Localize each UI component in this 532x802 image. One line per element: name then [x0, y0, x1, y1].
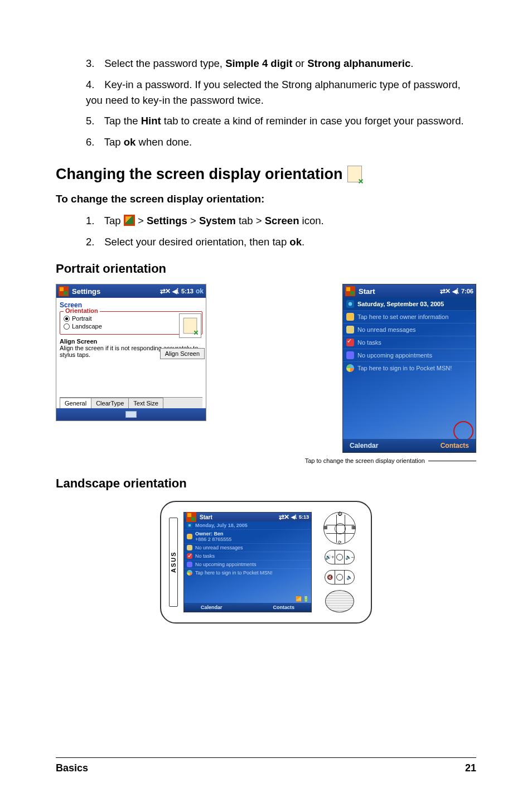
window-title: Settings	[72, 287, 100, 296]
landscape-device-illustration: ASUS Start ⇄✕ ◀ἰ 5:13 Monday, July 18, 2…	[160, 501, 372, 624]
calendar-icon	[346, 351, 354, 359]
radio-landscape[interactable]: Landscape	[64, 323, 199, 330]
subheading: To change the screen display orientation…	[56, 193, 476, 205]
volume-icon: ◀ἰ	[291, 514, 297, 520]
page-footer: Basics 21	[56, 757, 476, 774]
landscape-orientation-heading: Landscape orientation	[56, 476, 476, 491]
dpad[interactable]: ⏻ ⟳ ▦ ▦	[323, 512, 356, 544]
ok-button[interactable]: ok	[196, 287, 204, 295]
msn-icon	[346, 364, 354, 372]
ls-owner[interactable]: Owner: Ben +886 2 8765555	[184, 530, 311, 544]
radio-portrait[interactable]: Portrait	[64, 315, 199, 322]
softkey-calendar[interactable]: Calendar	[201, 605, 223, 610]
step-3: 3. Select the password type, Simple 4 di…	[86, 56, 476, 71]
softkey-calendar[interactable]: Calendar	[350, 442, 378, 450]
today-tasks[interactable]: No tasks	[343, 336, 476, 349]
ie-icon	[187, 523, 192, 528]
tab-cleartype[interactable]: ClearType	[91, 398, 129, 408]
align-screen-block: Align Screen Align the screen if it is n…	[60, 338, 202, 358]
calendar-icon	[187, 562, 192, 567]
owner-icon	[187, 534, 192, 539]
screen-orientation-icon	[347, 166, 362, 182]
tab-general[interactable]: General	[60, 398, 91, 408]
sip-bar	[56, 408, 206, 421]
ie-icon	[346, 300, 354, 308]
clock: 5:13	[299, 514, 309, 520]
today-messages[interactable]: No unread messages	[343, 323, 476, 336]
today-msn[interactable]: Tap here to sign in to Pocket MSN!	[343, 362, 476, 374]
settings-screenshot: Settings ⇄✕ ◀ἰ 5:13 ok Screen Orientatio…	[56, 284, 206, 421]
softkey-contacts[interactable]: Contacts	[273, 605, 294, 610]
window-title: Start	[359, 287, 375, 296]
today-appointments[interactable]: No upcoming appointments	[343, 349, 476, 362]
taskbar: Settings ⇄✕ ◀ἰ 5:13 ok	[56, 284, 206, 298]
today-owner[interactable]: Tap here to set owner information	[343, 311, 476, 323]
footer-section: Basics	[56, 762, 88, 774]
start-flag-icon	[186, 512, 196, 522]
ls-appointments[interactable]: No upcoming appointments	[184, 561, 311, 569]
today-date: Saturday, September 03, 2005	[343, 298, 476, 311]
start-menu-icon	[124, 215, 135, 226]
start-flag-icon	[59, 286, 69, 296]
contacts-highlight-circle	[453, 421, 473, 441]
connectivity-icon: ⇄✕	[279, 513, 289, 521]
keyboard-icon[interactable]	[125, 411, 137, 418]
landscape-screen: Start ⇄✕ ◀ἰ 5:13 Monday, July 18, 2005 O…	[183, 512, 312, 612]
tray-icons: 📶🔋	[296, 596, 309, 602]
radio-icon	[64, 323, 70, 330]
ls-messages[interactable]: No unread messages	[184, 544, 311, 552]
tab-textsize[interactable]: Text Size	[128, 398, 163, 408]
msn-icon	[187, 570, 192, 576]
tasks-icon	[187, 553, 192, 559]
volume-icon: ◀ἰ	[172, 288, 179, 295]
align-screen-button[interactable]: Align Screen	[160, 348, 205, 359]
ls-tasks[interactable]: No tasks	[184, 552, 311, 561]
connectivity-icon: ⇄✕	[160, 287, 170, 295]
step-6: 6. Tap ok when done.	[86, 134, 476, 150]
radio-icon	[64, 316, 70, 322]
clock: 5:13	[181, 288, 194, 294]
secondary-rocker[interactable]: 🔇🔈	[325, 570, 355, 584]
speaker-grille	[325, 590, 354, 612]
brand-strip: ASUS	[169, 518, 178, 607]
clock: 7:06	[461, 288, 473, 294]
step-4: 4. Key-in a password. If you selected th…	[86, 77, 476, 108]
page-number: 21	[465, 762, 476, 774]
start-flag-icon	[345, 286, 355, 296]
screen-preview-icon	[179, 313, 201, 338]
callout: Tap to change the screen display orienta…	[305, 457, 476, 464]
tabs: General ClearType Text Size	[60, 397, 202, 408]
volume-icon: ◀ἰ	[452, 288, 459, 295]
portrait-orientation-heading: Portrait orientation	[56, 262, 476, 276]
messages-icon	[187, 545, 192, 550]
ls-date: Monday, July 18, 2005	[184, 521, 311, 530]
ls-msn[interactable]: Tap here to sign in to Pocket MSN!	[184, 569, 311, 577]
callout-line	[428, 461, 476, 461]
owner-icon	[346, 313, 354, 321]
today-screenshot: Start ⇄✕ ◀ἰ 7:06 Saturday, September 03,…	[342, 284, 476, 453]
step-5: 5. Tap the Hint tab to create a kind of …	[86, 113, 476, 129]
connectivity-icon: ⇄✕	[440, 287, 450, 295]
volume-rocker[interactable]: 🔊+ 🔈−	[325, 550, 355, 564]
softkey-contacts[interactable]: Contacts	[441, 442, 469, 450]
messages-icon	[346, 326, 354, 334]
nav-step-1: 1. Tap > Settings > System tab > Screen …	[86, 213, 476, 229]
nav-step-2: 2. Select your desired orientation, then…	[86, 234, 476, 250]
section-heading: Changing the screen display orientation	[56, 166, 476, 183]
tasks-icon	[346, 339, 354, 346]
